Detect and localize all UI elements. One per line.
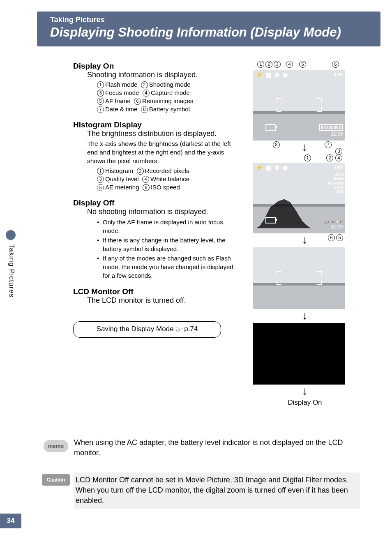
caution-block: Caution LCD Monitor Off cannot be set in… — [44, 472, 360, 509]
lcd-column: 1 2 3 4 5 6 ⚡ ▣ ❀ ◉ 198 6/10/2002 11:19 … — [251, 61, 358, 407]
date-box: 6/10/2002 — [319, 124, 343, 131]
page-header: Taking Pictures Displaying Shooting Info… — [37, 12, 380, 46]
battery-icon — [265, 124, 276, 131]
side-tab-label: Taking Pictures — [7, 244, 16, 297]
cross-ref-page: p.74 — [184, 325, 198, 333]
callout-row-h-top: 1 2 3 4 — [251, 154, 350, 164]
item-list: 1Histogram 2Recorded pixels 3Quality lev… — [97, 167, 238, 191]
date-label: 6/10/2002 — [325, 220, 343, 224]
memo-text: When using the AC adapter, the battery l… — [74, 438, 356, 458]
caution-text: LCD Monitor Off cannot be set in Movie P… — [74, 472, 360, 509]
header-title: Displaying Shooting Information (Display… — [50, 25, 372, 40]
caution-label: Caution — [42, 474, 70, 486]
section-title: Display On — [73, 62, 238, 71]
lcd-histogram: ⚡ ▣ ❀ ◉ 198 2048 ★★★ WB AWB AE ⊚ ISO 6/1… — [253, 163, 345, 233]
af-frame — [277, 271, 322, 285]
time-label: 11:19 — [331, 131, 343, 136]
callout-row-bottom: 8 7 — [251, 141, 350, 150]
lcd-display-off — [253, 247, 345, 309]
section-display-on: Display On Shooting information is displ… — [73, 62, 238, 113]
bullet: If there is any change in the battery le… — [97, 236, 238, 253]
save-row: Saving the Display Mode ☞ p.74 — [73, 321, 238, 338]
black-screen — [253, 323, 345, 385]
histogram-info: 2048 ★★★ WB AWB AE ⊚ ISO — [321, 173, 344, 194]
af-frame — [277, 98, 322, 112]
side-tab: Taking Pictures — [0, 230, 21, 337]
battery-icon — [265, 217, 276, 224]
section-title: Histogram Display — [73, 120, 238, 129]
bullet: Only the AF frame is displayed in auto f… — [97, 218, 238, 235]
cross-ref-box: Saving the Display Mode ☞ p.74 — [73, 321, 221, 338]
page-number: 34 — [0, 514, 21, 528]
section-lcd-off: LCD Monitor Off The LCD monitor is turne… — [73, 287, 238, 305]
section-lead: Shooting information is displayed. — [87, 71, 238, 79]
item-list: 1Flash mode 2Shooting mode 3Focus mode 4… — [97, 81, 238, 113]
time-label: 11:19 — [331, 224, 343, 229]
cycle-end-label: Display On — [251, 399, 358, 407]
section-lead: No shooting information is displayed. — [87, 207, 238, 216]
down-arrow-icon: ↓ — [251, 385, 358, 398]
section-lead: The brightness distribution is displayed… — [87, 129, 238, 138]
section-lead: The LCD monitor is turned off. — [87, 296, 238, 305]
icon-row: ⚡ ▣ ❀ ◉ — [256, 71, 288, 78]
icon-row: ⚡ ▣ ❀ ◉ — [256, 164, 288, 171]
header-category: Taking Pictures — [50, 16, 372, 24]
lcd-monitor-off — [253, 323, 345, 385]
pointer-icon: ☞ — [175, 325, 184, 334]
histogram-icon — [256, 199, 313, 228]
section-display-off: Display Off No shooting information is d… — [73, 198, 238, 280]
callout-row-top: 1 2 3 4 5 6 — [251, 61, 350, 71]
down-arrow-icon: ↓ — [251, 309, 358, 322]
side-dot-icon — [6, 230, 16, 240]
cross-ref-label: Saving the Display Mode — [97, 325, 174, 333]
bullet-list: Only the AF frame is displayed in auto f… — [97, 218, 238, 280]
bullet: If any of the modes are changed such as … — [97, 254, 238, 280]
section-title: Display Off — [73, 198, 238, 207]
section-body: The x-axis shows the brightness (darkest… — [87, 140, 238, 166]
main-content: Display On Shooting information is displ… — [73, 62, 238, 338]
remaining-images: 198 — [334, 164, 343, 171]
memo-label: memo — [44, 440, 68, 452]
manual-page: Taking Pictures Displaying Shooting Info… — [0, 0, 392, 553]
memo-block: memo When using the AC adapter, the batt… — [44, 438, 356, 458]
section-title: LCD Monitor Off — [73, 287, 238, 296]
callout-row-h-bottom: 6 5 — [251, 234, 350, 242]
remaining-images: 198 — [334, 71, 343, 78]
lcd-display-on: ⚡ ▣ ❀ ◉ 198 6/10/2002 11:19 — [253, 70, 345, 141]
section-histogram: Histogram Display The brightness distrib… — [73, 120, 238, 191]
